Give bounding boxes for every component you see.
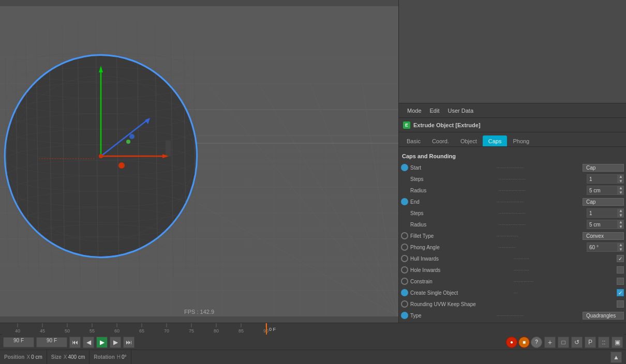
spinner-input-steps2[interactable]	[587, 208, 618, 218]
spinner-input-steps1[interactable]	[587, 174, 618, 184]
prop-checkbox-hull-inwards[interactable]	[617, 255, 624, 262]
viewport[interactable]: FPS : 142.9	[0, 0, 398, 323]
panel-top-area	[399, 0, 626, 103]
spinner-up-radius2[interactable]: ▲	[618, 220, 624, 224]
step-back-button[interactable]: ◀	[83, 337, 94, 348]
prop-row-type: Type ··················· Quadrangles	[401, 310, 624, 321]
spinner-dn-radius1[interactable]: ▼	[618, 190, 624, 195]
prop-name-steps2: Steps	[410, 210, 497, 216]
toggle-phong-angle[interactable]	[401, 244, 408, 251]
loop-button[interactable]: ↺	[571, 337, 583, 348]
prop-row-steps2: Steps ··················· ▲ ▼	[401, 208, 624, 218]
spinner-input-phong[interactable]	[587, 242, 618, 252]
tab-basic[interactable]: Basic	[401, 135, 426, 146]
toggle-rounding-uvw[interactable]	[401, 300, 408, 308]
tabs-bar: Basic Coord. Object Caps Phong	[399, 132, 626, 147]
step-forward-button[interactable]: ▶	[110, 337, 121, 348]
rewind-to-start-button[interactable]: ⏮	[69, 337, 81, 348]
prop-row-fillet-type: Fillet Type ··············· Convex	[401, 231, 624, 241]
prop-row-create-single-object: Create Single Object ···	[401, 287, 624, 298]
spinner-up-radius1[interactable]: ▲	[618, 186, 624, 190]
prop-checkbox-rounding-uvw[interactable]	[617, 300, 624, 308]
position-x-value[interactable]: 0 cm	[31, 354, 42, 360]
tab-phong[interactable]: Phong	[507, 135, 535, 146]
prop-row-phong-angle: Phong Angle ············ ▲ ▼	[401, 242, 624, 252]
prop-value-type[interactable]: Quadrangles	[583, 312, 624, 320]
toggle-start[interactable]	[401, 164, 408, 171]
prop-value-fillet-type[interactable]: Convex	[583, 232, 624, 240]
toggle-hull-inwards[interactable]	[401, 255, 408, 262]
menu-mode[interactable]: Mode	[403, 108, 426, 114]
spinner-btns-steps2[interactable]: ▲ ▼	[618, 208, 624, 218]
svg-rect-69	[166, 141, 171, 156]
rotation-h-value[interactable]: 0°	[122, 354, 127, 360]
prop-value-start[interactable]: Cap	[583, 164, 624, 172]
timeline: 40 45 50 55 60 65 70 75 80	[0, 323, 626, 334]
toggle-type[interactable]	[401, 312, 408, 319]
spinner-dn-radius2[interactable]: ▼	[618, 224, 624, 229]
menu-user-data[interactable]: User Data	[444, 108, 478, 114]
tab-object[interactable]: Object	[455, 135, 483, 146]
prop-row-hole-inwards: Hole Inwards ···········	[401, 265, 624, 275]
play-button[interactable]: ▶	[96, 337, 108, 348]
panel-content: Caps and Rounding Start ················…	[399, 147, 626, 323]
panel-menu-bar: Mode Edit User Data	[399, 103, 626, 118]
spinner-btns-radius1[interactable]: ▲ ▼	[618, 186, 624, 195]
spinner-up-steps1[interactable]: ▲	[618, 174, 624, 179]
toggle-end[interactable]	[401, 198, 408, 205]
spinner-input-radius1[interactable]	[587, 186, 618, 195]
spinner-dn-steps1[interactable]: ▼	[618, 179, 624, 184]
fps-display: FPS : 142.9	[184, 309, 214, 315]
spinner-up-phong[interactable]: ▲	[618, 242, 624, 247]
prop-row-rounding-uvw: Rounding UVW Keep Shape	[401, 299, 624, 309]
size-x-value[interactable]: 400 cm	[68, 354, 85, 360]
prop-row-steps1: Steps ··················· ▲ ▼	[401, 174, 624, 184]
prop-spinner-radius2[interactable]: ▲ ▼	[587, 220, 624, 229]
expand-button[interactable]: ▲	[610, 352, 622, 363]
timeline-ruler[interactable]: 40 45 50 55 60 65 70 75 80	[2, 323, 624, 335]
frame-start-input[interactable]: 90 F	[3, 337, 34, 347]
size-section: Size X 400 cm	[47, 350, 90, 364]
menu-edit[interactable]: Edit	[426, 108, 444, 114]
section-title: Caps and Rounding	[401, 151, 624, 162]
toggle-fillet-type[interactable]	[401, 232, 408, 239]
record-button[interactable]: ●	[506, 337, 517, 348]
prop-checkbox-constrain[interactable]	[617, 278, 624, 285]
prop-spinner-steps2[interactable]: ▲ ▼	[587, 208, 624, 218]
forward-to-end-button[interactable]: ⏭	[123, 337, 135, 348]
prop-spinner-radius1[interactable]: ▲ ▼	[587, 186, 624, 195]
spinner-input-radius2[interactable]	[587, 220, 618, 229]
tab-caps[interactable]: Caps	[483, 135, 508, 146]
spinner-btns-steps1[interactable]: ▲ ▼	[618, 174, 624, 184]
prop-checkbox-hole-inwards[interactable]	[617, 266, 624, 274]
spinner-up-steps2[interactable]: ▲	[618, 208, 624, 213]
prop-name-hull-inwards: Hull Inwards	[410, 256, 512, 262]
tab-coord[interactable]: Coord.	[426, 135, 455, 146]
toggle-constrain[interactable]	[401, 278, 408, 285]
svg-text:70: 70	[164, 328, 169, 333]
object-header: E Extrude Object [Extrude]	[399, 118, 626, 132]
spinner-btns-radius2[interactable]: ▲ ▼	[618, 220, 624, 229]
prop-spinner-phong[interactable]: ▲ ▼	[587, 242, 624, 252]
spinner-dn-steps2[interactable]: ▼	[618, 213, 624, 218]
bottom-strip: Position X 0 cm Size X 400 cm Rotation H…	[0, 350, 626, 364]
bottom-right-btn[interactable]: ▲	[610, 352, 626, 363]
grid-button[interactable]: ::	[598, 337, 609, 348]
prop-row-radius2: Radius ··················· ▲ ▼	[401, 219, 624, 230]
size-x-pair: X 400 cm	[64, 354, 85, 360]
stop-button[interactable]: ■	[518, 337, 530, 348]
frame-end-input[interactable]: 90 F	[36, 337, 67, 347]
prop-checkbox-create-single-object[interactable]	[617, 289, 624, 296]
prop-spinner-steps1[interactable]: ▲ ▼	[587, 174, 624, 184]
sync-button[interactable]: P	[585, 337, 596, 348]
prop-value-end[interactable]: Cap	[583, 198, 624, 206]
layout-button[interactable]: ▣	[612, 337, 623, 348]
remove-keyframe-button[interactable]: □	[558, 337, 569, 348]
svg-point-76	[99, 154, 103, 158]
toggle-create-single-object[interactable]	[401, 289, 408, 296]
spinner-btns-phong[interactable]: ▲ ▼	[618, 242, 624, 252]
spinner-dn-phong[interactable]: ▼	[618, 247, 624, 252]
add-keyframe-button[interactable]: +	[544, 337, 556, 348]
help-button[interactable]: ?	[531, 337, 542, 348]
toggle-hole-inwards[interactable]	[401, 266, 408, 274]
